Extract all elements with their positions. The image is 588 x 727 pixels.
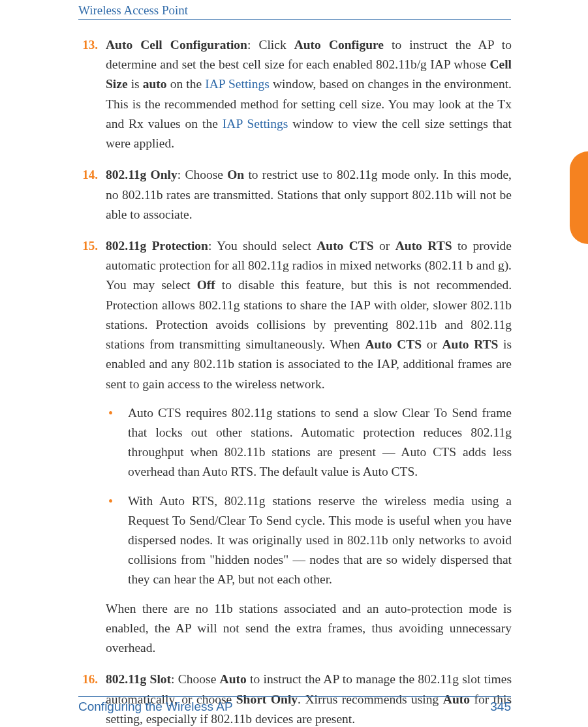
footer-section: Configuring the Wireless AP xyxy=(78,700,233,714)
footer-page-number: 345 xyxy=(490,700,511,714)
numbered-list: 13.Auto Cell Configuration: Click Auto C… xyxy=(78,35,512,727)
item-number: 14. xyxy=(78,165,98,184)
list-item: 15.802.11g Protection: You should select… xyxy=(78,236,512,658)
text-run: Auto RTS xyxy=(395,239,452,253)
text-run: Auto CTS xyxy=(365,337,422,351)
text-run: 802.11g Slot xyxy=(106,672,171,686)
item-number: 16. xyxy=(78,670,98,688)
text-run: : Choose xyxy=(178,168,227,181)
text-run: 802.11g Only xyxy=(106,168,178,181)
list-item: 13.Auto Cell Configuration: Click Auto C… xyxy=(78,35,512,153)
list-item: 14.802.11g Only: Choose On to restrict u… xyxy=(78,165,512,224)
header-title: Wireless Access Point xyxy=(78,3,511,18)
text-run: : Click xyxy=(247,38,294,52)
cross-ref-link[interactable]: IAP Settings xyxy=(223,117,288,131)
body-content: 13.Auto Cell Configuration: Click Auto C… xyxy=(78,35,512,727)
bullet-list: Auto CTS requires 802.11g stations to se… xyxy=(106,403,512,590)
item-body: 802.11g Only: Choose On to restrict use … xyxy=(106,168,512,221)
page-header: Wireless Access Point xyxy=(0,3,588,20)
item-tail: When there are no 11b stations associate… xyxy=(106,599,512,658)
item-number: 15. xyxy=(78,236,98,255)
text-run: : You should select xyxy=(208,239,317,253)
text-run: On xyxy=(227,168,244,181)
header-rule xyxy=(78,19,511,20)
item-number: 13. xyxy=(78,35,98,54)
text-run: Auto xyxy=(220,672,247,686)
footer-rule xyxy=(78,696,511,697)
text-run: is xyxy=(128,77,143,91)
text-run: on the xyxy=(167,77,206,91)
text-run: Auto RTS xyxy=(442,337,498,351)
text-run: 802.11g Protection xyxy=(106,239,208,253)
item-body: Auto Cell Configuration: Click Auto Conf… xyxy=(106,38,512,150)
text-run: Auto Cell Configuration xyxy=(106,38,247,52)
text-run: or xyxy=(422,337,442,351)
text-run: Off xyxy=(197,278,215,292)
side-tab-icon xyxy=(570,151,588,244)
text-run: Auto Configure xyxy=(294,38,384,52)
bullet-item: With Auto RTS, 802.11g stations reserve … xyxy=(106,491,512,590)
text-run: Auto CTS xyxy=(317,239,373,253)
text-run: or xyxy=(374,239,395,253)
page: Wireless Access Point 13.Auto Cell Confi… xyxy=(0,0,588,727)
footer-row: Configuring the Wireless AP 345 xyxy=(78,700,511,714)
text-run: auto xyxy=(143,77,167,91)
item-body: 802.11g Protection: You should select Au… xyxy=(106,239,512,391)
bullet-item: Auto CTS requires 802.11g stations to se… xyxy=(106,403,512,482)
page-footer: Configuring the Wireless AP 345 xyxy=(0,696,588,714)
text-run: : Choose xyxy=(171,672,220,686)
cross-ref-link[interactable]: IAP Settings xyxy=(205,77,270,91)
